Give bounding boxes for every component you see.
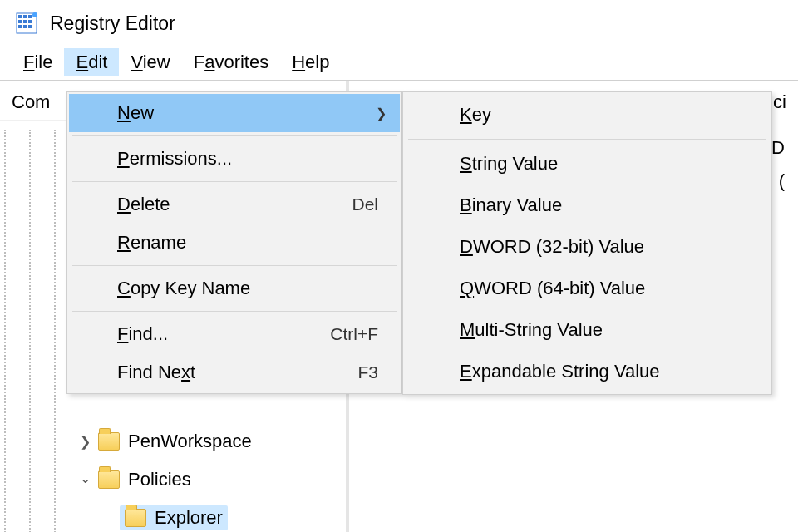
title-bar: Registry Editor [0, 0, 798, 45]
menu-separator [72, 311, 397, 312]
svg-rect-2 [23, 15, 27, 18]
svg-point-10 [32, 12, 37, 17]
menu-separator [72, 181, 397, 182]
folder-icon [98, 470, 120, 489]
shortcut-label: F3 [357, 362, 378, 382]
menu-view[interactable]: View [119, 48, 181, 76]
svg-rect-5 [23, 20, 27, 23]
collapse-icon[interactable]: ⌄ [78, 470, 91, 486]
edit-delete[interactable]: Delete Del [69, 185, 400, 224]
menu-edit[interactable]: Edit [64, 48, 119, 76]
edit-dropdown: New ❯ Permissions... Delete Del Rename C… [66, 91, 402, 394]
new-string-value[interactable]: String Value [405, 143, 770, 185]
new-binary-value[interactable]: Binary Value [405, 185, 770, 226]
new-dword-value[interactable]: DWORD (32-bit) Value [405, 226, 770, 268]
tree-item-penworkspace[interactable]: ❯ PenWorkspace [33, 422, 346, 461]
tree-guide [29, 130, 31, 532]
shortcut-label: Del [352, 195, 378, 214]
new-key[interactable]: Key [405, 94, 770, 135]
edit-find[interactable]: Find... Ctrl+F [69, 315, 400, 353]
svg-rect-7 [18, 25, 22, 28]
menu-separator [72, 265, 397, 266]
edit-find-next[interactable]: Find Next F3 [69, 353, 400, 392]
menu-favorites[interactable]: Favorites [182, 48, 281, 76]
shortcut-label: Ctrl+F [330, 324, 378, 344]
submenu-arrow-icon: ❯ [376, 106, 387, 121]
svg-rect-8 [23, 25, 27, 28]
svg-rect-9 [28, 25, 32, 28]
menu-separator [408, 139, 766, 140]
expand-icon[interactable]: ❯ [78, 434, 91, 450]
svg-rect-4 [18, 20, 22, 23]
menu-bar: File Edit View Favorites Help [0, 45, 798, 80]
edit-new[interactable]: New ❯ [69, 94, 400, 132]
new-multi-string-value[interactable]: Multi-String Value [405, 309, 770, 351]
tree-guide [4, 130, 6, 532]
menu-help[interactable]: Help [280, 48, 341, 76]
folder-icon [125, 509, 146, 527]
menu-file[interactable]: File [12, 48, 64, 76]
app-title: Registry Editor [50, 12, 175, 35]
new-qword-value[interactable]: QWORD (64-bit) Value [405, 268, 770, 309]
edit-rename[interactable]: Rename [69, 224, 400, 262]
edit-copy-key-name[interactable]: Copy Key Name [69, 269, 400, 308]
svg-rect-3 [28, 15, 32, 18]
regedit-icon [15, 12, 38, 35]
new-submenu: Key String Value Binary Value DWORD (32-… [402, 91, 772, 395]
svg-rect-6 [28, 20, 32, 23]
svg-rect-1 [18, 15, 22, 18]
new-expandable-string-value[interactable]: Expandable String Value [405, 351, 770, 392]
folder-icon [98, 432, 120, 451]
tree-item-explorer[interactable]: Explorer [33, 499, 346, 532]
tree-item-policies[interactable]: ⌄ Policies [33, 461, 346, 499]
menu-separator [72, 135, 397, 136]
edit-permissions[interactable]: Permissions... [69, 140, 400, 178]
